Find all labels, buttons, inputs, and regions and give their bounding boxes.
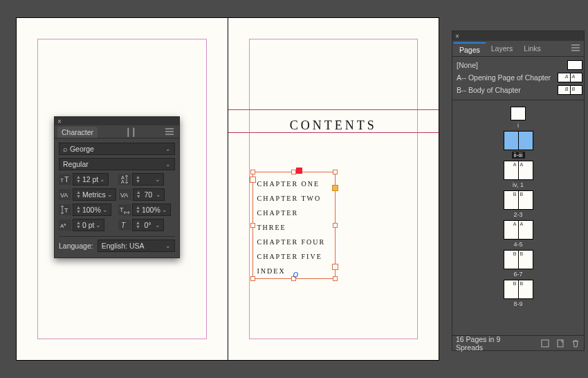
master-row[interactable]: [None] <box>457 59 582 71</box>
tab-links[interactable]: Links <box>518 42 546 56</box>
pages-list[interactable]: iii-iiiAAiv, 1BB2-3AA4-5BB6-7BB8-9 <box>452 100 584 335</box>
font-size-icon: TT <box>59 174 71 185</box>
font-size-input[interactable]: ▲▼ 12 pt ⌄ <box>73 173 109 186</box>
toc-item[interactable]: CHAPTER FIVE <box>257 249 331 264</box>
page-thumb[interactable]: A <box>504 220 519 240</box>
drag-handle-icon[interactable]: ┃┃ <box>123 127 140 138</box>
page-thumb[interactable]: A <box>504 161 519 180</box>
master-thumb[interactable] <box>567 60 582 70</box>
spread-label: 8-9 <box>513 300 522 307</box>
overset-icon[interactable] <box>296 168 302 174</box>
page-thumb[interactable]: B <box>518 190 533 210</box>
tab-pages[interactable]: Pages <box>454 42 486 56</box>
spread-item[interactable]: BB6-7 <box>452 250 584 278</box>
right-page[interactable]: CONTENTS o CHAPTER ONE CHAPTER TWO CHAPT… <box>228 18 439 360</box>
spread-item[interactable]: AA4-5 <box>452 220 584 248</box>
vertical-scale-icon: T <box>59 204 71 215</box>
master-thumb[interactable]: A A <box>558 73 582 82</box>
frame-options-icon[interactable] <box>332 185 338 191</box>
master-mark: A <box>520 222 524 226</box>
spread-item[interactable]: i <box>452 107 584 129</box>
font-family-select[interactable]: ⌕ George ⌄ <box>59 143 175 155</box>
master-thumb[interactable]: B B <box>558 85 582 95</box>
spread-item[interactable]: BB2-3 <box>452 190 584 218</box>
panel-titlebar[interactable]: × <box>452 31 584 41</box>
resize-handle[interactable] <box>333 276 338 281</box>
svg-text:T: T <box>64 207 68 214</box>
kerning-input[interactable]: ▲▼ Metrics ⌄ <box>73 188 116 201</box>
page-thumb[interactable]: B <box>504 280 519 299</box>
toc-item[interactable]: CHAPTER THREE <box>257 206 331 235</box>
svg-text:T: T <box>121 222 126 229</box>
master-mark: A <box>513 162 517 167</box>
leading-icon: AA <box>118 174 131 185</box>
frame-in-port[interactable] <box>250 177 256 183</box>
page-thumb[interactable]: A <box>518 220 533 240</box>
close-icon[interactable]: × <box>57 118 62 125</box>
ruler-guide[interactable] <box>228 132 439 133</box>
page-thumb[interactable] <box>504 131 519 150</box>
close-icon[interactable]: × <box>455 33 459 40</box>
svg-text:VA: VA <box>120 192 128 199</box>
panel-menu-icon[interactable] <box>567 42 584 56</box>
page-thumb[interactable]: B <box>518 280 533 299</box>
tracking-input[interactable]: ▲▼ 70 ⌄ <box>133 188 165 201</box>
page-thumb[interactable] <box>518 131 533 150</box>
vertical-scale-input[interactable]: ▲▼ 100% ⌄ <box>73 204 111 216</box>
resize-handle[interactable] <box>250 276 255 281</box>
toc-item[interactable]: CHAPTER TWO <box>257 191 331 206</box>
toc-item[interactable]: CHAPTER FOUR <box>257 235 331 249</box>
character-panel: × Character ┃┃ ⌕ George ⌄ Regular ⌄ TT <box>54 116 180 258</box>
resize-handle[interactable] <box>250 223 255 228</box>
toc-item[interactable]: CHAPTER ONE <box>257 177 331 191</box>
kerning-icon: VA <box>59 189 71 200</box>
new-page-icon[interactable] <box>555 339 565 348</box>
leading-input[interactable]: ▲▼ ⌄ <box>132 173 164 186</box>
spread-label: iv, 1 <box>513 181 524 188</box>
svg-rect-10 <box>542 340 549 347</box>
chevron-down-icon: ⌄ <box>162 206 167 213</box>
language-select[interactable]: English: USA ⌄ <box>98 240 175 252</box>
skew-input[interactable]: ▲▼ 0° ⌄ <box>132 219 164 231</box>
pages-status: 16 Pages in 9 Spreads <box>456 335 529 352</box>
resize-handle[interactable] <box>291 170 296 174</box>
contents-title[interactable]: CONTENTS <box>228 118 439 131</box>
page-thumb[interactable]: B <box>518 250 533 269</box>
tab-character[interactable]: Character <box>57 127 98 138</box>
resize-handle[interactable] <box>333 223 338 228</box>
horizontal-scale-input[interactable]: ▲▼ 100% ⌄ <box>132 204 171 216</box>
font-style-select[interactable]: Regular ⌄ <box>59 158 175 170</box>
page-size-icon[interactable] <box>540 339 550 348</box>
master-row[interactable]: B-- Body of Chapter B B <box>457 84 582 96</box>
spread-item[interactable]: AAiv, 1 <box>452 161 584 188</box>
panel-menu-icon[interactable] <box>163 127 176 138</box>
frame-out-port[interactable] <box>332 264 338 270</box>
ruler-guide[interactable] <box>228 109 439 110</box>
spread-item[interactable]: ii-iii <box>452 131 584 159</box>
svg-text:T: T <box>60 177 64 183</box>
master-mark: B <box>520 192 524 197</box>
tab-layers[interactable]: Layers <box>486 42 519 56</box>
page-thumb[interactable]: B <box>504 250 519 269</box>
resize-handle[interactable] <box>333 170 338 174</box>
pages-panel: × Pages Layers Links [None] A-- Opening … <box>452 30 585 351</box>
chevron-down-icon: ⌄ <box>165 145 171 152</box>
toc-item[interactable]: INDEX <box>257 264 331 278</box>
chevron-down-icon: ⌄ <box>100 176 105 183</box>
trash-icon[interactable] <box>571 339 580 348</box>
resize-handle[interactable] <box>250 170 255 174</box>
master-row[interactable]: A-- Opening Page of Chapter A A <box>457 71 582 84</box>
text-frame[interactable]: o CHAPTER ONE CHAPTER TWO CHAPTER THREE … <box>252 172 336 279</box>
spread-label: 2-3 <box>513 211 522 218</box>
panel-titlebar[interactable]: × <box>55 117 179 125</box>
baseline-shift-input[interactable]: ▲▼ 0 pt ⌄ <box>73 219 104 231</box>
chevron-down-icon: ⌄ <box>165 161 171 168</box>
tracking-icon: VA <box>119 189 131 200</box>
svg-text:VA: VA <box>60 192 68 199</box>
spread-item[interactable]: BB8-9 <box>452 280 584 307</box>
page-thumb[interactable] <box>511 107 526 120</box>
svg-text:T: T <box>64 175 69 183</box>
spread-label: ii-iii <box>512 152 525 159</box>
page-thumb[interactable]: A <box>518 161 533 180</box>
page-thumb[interactable]: B <box>504 190 519 210</box>
